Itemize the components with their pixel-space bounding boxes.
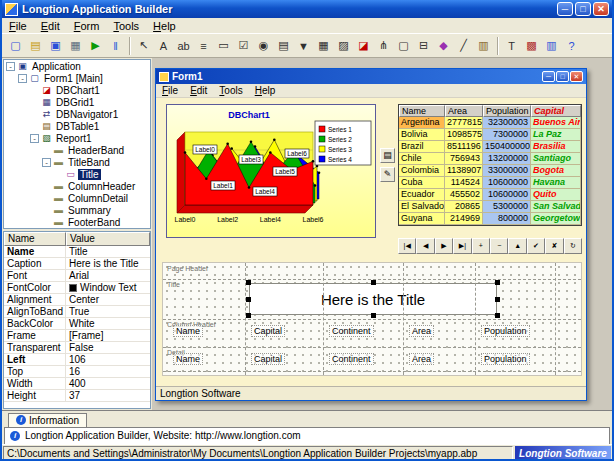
property-header-name[interactable]: Name <box>4 232 66 246</box>
property-row-alignment[interactable]: AlignmentCenter <box>4 294 150 306</box>
pause-icon[interactable]: ‖ <box>106 36 125 55</box>
property-header-value[interactable]: Value <box>66 232 150 246</box>
grid-cell-area[interactable]: 114524 <box>445 177 483 189</box>
property-row-backcolor[interactable]: BackColorWhite <box>4 318 150 330</box>
db-edit-button[interactable]: ✎ <box>380 167 395 182</box>
selection-handle[interactable] <box>371 313 376 318</box>
menu-item-form[interactable]: Form <box>67 19 107 33</box>
grid-row[interactable]: Guyana214969800000Georgetown <box>399 213 581 225</box>
property-row-aligntoband[interactable]: AlignToBandTrue <box>4 306 150 318</box>
memo-component-icon[interactable]: ≡ <box>194 36 213 55</box>
tree-item-headerband[interactable]: ▬HeaderBand <box>4 144 150 156</box>
property-row-width[interactable]: Width400 <box>4 378 150 390</box>
minimize-button[interactable]: ─ <box>542 71 555 82</box>
property-value[interactable]: Arial <box>66 270 150 281</box>
grid-row[interactable]: Ecuador45550210600000Quito <box>399 189 581 201</box>
form1-menu-item-help[interactable]: Help <box>249 85 282 96</box>
minimize-button[interactable]: ─ <box>557 2 573 16</box>
color-palette-icon[interactable]: ▩ <box>522 36 541 55</box>
selection-handle[interactable] <box>246 297 251 302</box>
tree-item-report1[interactable]: -▧Report1 <box>4 132 150 144</box>
navigator-edit-button[interactable]: ▲ <box>508 238 526 254</box>
grid-cell-capital[interactable]: Brasilia <box>531 141 581 153</box>
grid-cell-population[interactable]: 150400000 <box>483 141 531 153</box>
property-row-caption[interactable]: CaptionHere is the Title <box>4 258 150 270</box>
grid-row[interactable]: Bolivia10985757300000La Paz <box>399 129 581 141</box>
close-button[interactable]: ✕ <box>593 2 609 16</box>
selection-handle[interactable] <box>495 297 500 302</box>
property-value[interactable]: 37 <box>66 390 150 401</box>
grid-column-header-name[interactable]: Name <box>399 105 445 117</box>
button-component-icon[interactable]: ▭ <box>214 36 233 55</box>
dbchart[interactable]: DBChart1Series 1Series 2Series 3Series 4… <box>166 104 376 238</box>
tree-item-form1-main[interactable]: -▢Form1 [Main] <box>4 72 150 84</box>
form1-menu-item-edit[interactable]: Edit <box>184 85 213 96</box>
grid-cell-population[interactable]: 33000000 <box>483 165 531 177</box>
grid-row[interactable]: Chile75694313200000Santiago <box>399 153 581 165</box>
grid-cell-capital[interactable]: Buenos Aires <box>531 117 581 129</box>
combobox-component-icon[interactable]: ▼ <box>294 36 313 55</box>
grid-cell-area[interactable]: 455502 <box>445 189 483 201</box>
property-row-left[interactable]: Left106 <box>4 354 150 366</box>
property-value[interactable]: Title <box>66 246 150 257</box>
form1-titlebar[interactable]: Form1 ─□✕ <box>156 69 586 84</box>
menu-item-help[interactable]: Help <box>146 19 183 33</box>
image-component-icon[interactable]: ▨ <box>334 36 353 55</box>
line-component-icon[interactable]: ╱ <box>454 36 473 55</box>
grid-cell-population[interactable]: 13200000 <box>483 153 531 165</box>
radio-component-icon[interactable]: ◉ <box>254 36 273 55</box>
grid-cell-name[interactable]: Argentina <box>399 117 445 129</box>
report-columnheader-field-area[interactable]: Area <box>409 325 434 337</box>
tree-component-icon[interactable]: ⋔ <box>374 36 393 55</box>
navigator-next-button[interactable]: ▶ <box>435 238 453 254</box>
grid-cell-name[interactable]: Guyana <box>399 213 445 225</box>
property-row-name[interactable]: NameTitle <box>4 246 150 258</box>
chart-component-icon[interactable]: ◪ <box>354 36 373 55</box>
titlebar[interactable]: Longtion Application Builder ─□✕ <box>2 0 612 18</box>
property-row-font[interactable]: FontArial <box>4 270 150 282</box>
table-component-icon[interactable]: ▥ <box>474 36 493 55</box>
selection-handle[interactable] <box>246 280 251 285</box>
tree-item-dbnavigator1[interactable]: ⇄DBNavigator1 <box>4 108 150 120</box>
new-form-icon[interactable]: ▢ <box>6 36 25 55</box>
tree-item-footerband[interactable]: ▬FooterBand <box>4 216 150 228</box>
grid-row[interactable]: Brazil8511196150400000Brasilia <box>399 141 581 153</box>
selection-handle[interactable] <box>495 313 500 318</box>
grid-cell-population[interactable]: 10600000 <box>483 177 531 189</box>
tab-information[interactable]: i Information <box>8 413 87 427</box>
grid-cell-name[interactable]: Bolivia <box>399 129 445 141</box>
grid-column-header-population[interactable]: Population <box>483 105 531 117</box>
tree-item-columndetail[interactable]: ▬ColumnDetail <box>4 192 150 204</box>
open-project-icon[interactable]: ▤ <box>26 36 45 55</box>
tree-item-columnheader[interactable]: ▬ColumnHeader <box>4 180 150 192</box>
grid-row[interactable]: Colombia113890733000000Bogota <box>399 165 581 177</box>
report-designer[interactable]: Here is the Title Page HeaderTitleColumn… <box>162 262 582 376</box>
grid-cell-area[interactable]: 756943 <box>445 153 483 165</box>
shape-component-icon[interactable]: ◆ <box>434 36 453 55</box>
save-project-icon[interactable]: ▣ <box>46 36 65 55</box>
listbox-component-icon[interactable]: ▤ <box>274 36 293 55</box>
grid-cell-capital[interactable]: Quito <box>531 189 581 201</box>
grid-cell-area[interactable]: 1098575 <box>445 129 483 141</box>
tree-item-titleband[interactable]: -▬TitleBand <box>4 156 150 168</box>
report-detail-field-population[interactable]: Population <box>481 353 530 365</box>
report-detail-field-name[interactable]: Name <box>173 353 203 365</box>
grid-cell-name[interactable]: Chile <box>399 153 445 165</box>
db-table-button[interactable]: ▤ <box>380 148 395 163</box>
grid-row[interactable]: El Salvador208655300000San Salvador <box>399 201 581 213</box>
property-value[interactable]: False <box>66 342 150 353</box>
property-value[interactable]: Here is the Title <box>66 258 150 269</box>
selection-handle[interactable] <box>246 313 251 318</box>
tree-item-dbtable1[interactable]: ▤DBTable1 <box>4 120 150 132</box>
property-value[interactable]: 16 <box>66 366 150 377</box>
menu-item-file[interactable]: File <box>2 19 34 33</box>
grid-row[interactable]: Cuba11452410600000Havana <box>399 177 581 189</box>
grid-cell-population[interactable]: 10600000 <box>483 189 531 201</box>
grid-cell-name[interactable]: Colombia <box>399 165 445 177</box>
report-columnheader-field-continent[interactable]: Continent <box>329 325 374 337</box>
property-value[interactable]: 400 <box>66 378 150 389</box>
maximize-button[interactable]: □ <box>556 71 569 82</box>
property-value[interactable]: True <box>66 306 150 317</box>
component-tree[interactable]: -▣Application-▢Form1 [Main]◪DBChart1▦DBG… <box>3 59 151 229</box>
grid-cell-population[interactable]: 7300000 <box>483 129 531 141</box>
